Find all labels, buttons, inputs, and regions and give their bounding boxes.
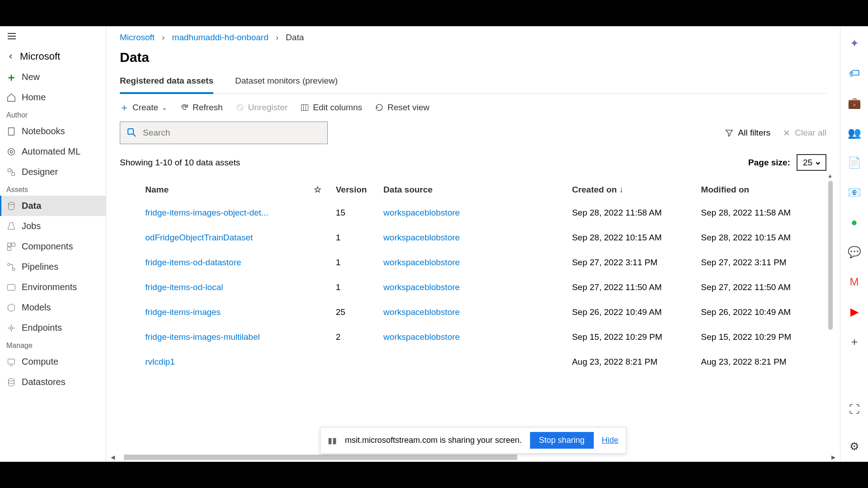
svg-point-2 [10, 150, 13, 153]
col-created-header[interactable]: Created on ↓ [568, 179, 697, 201]
data-source-link[interactable]: workspaceblobstore [383, 307, 460, 317]
plus-icon: ＋ [120, 103, 129, 112]
settings-gear-icon[interactable]: ⚙ [848, 440, 861, 453]
hide-button[interactable]: Hide [602, 436, 618, 445]
svg-rect-6 [8, 243, 11, 246]
asset-name-link[interactable]: fridge-items-od-local [145, 282, 223, 292]
col-favorite-header[interactable]: ☆ [310, 179, 332, 201]
nav-components[interactable]: Components [0, 236, 106, 257]
search-input[interactable] [143, 128, 321, 138]
page-size-label: Page size: [748, 158, 790, 168]
asset-name-link[interactable]: rvlcdip1 [145, 357, 175, 366]
nav-data[interactable]: Data [0, 196, 106, 216]
created-on: Sep 28, 2022 11:58 AM [568, 201, 697, 225]
data-source-link[interactable]: workspaceblobstore [383, 282, 460, 292]
col-version-header[interactable]: Version [332, 179, 380, 201]
nav-notebooks[interactable]: Notebooks [0, 121, 106, 141]
expand-rail-icon[interactable]: ⛶ [848, 403, 861, 416]
table-row[interactable]: fridge-items-images-multilabel2workspace… [120, 325, 826, 350]
table-row[interactable]: odFridgeObjectTrainDataset1workspaceblob… [120, 225, 826, 250]
breadcrumb-root[interactable]: Microsoft [120, 33, 155, 42]
page-title: Data [120, 46, 826, 71]
svg-rect-4 [12, 172, 14, 175]
people-icon[interactable]: 👥 [848, 127, 861, 139]
columns-icon [300, 103, 309, 112]
created-on: Sep 27, 2022 3:11 PM [568, 250, 697, 275]
vertical-scrollbar[interactable] [828, 181, 833, 330]
asset-version: 2 [332, 325, 380, 350]
asset-name-link[interactable]: fridge-items-images-object-det... [145, 208, 268, 217]
nav-designer[interactable]: Designer [0, 162, 106, 182]
tag-icon[interactable]: 🏷 [848, 67, 861, 80]
nav-jobs[interactable]: Jobs [0, 216, 106, 236]
create-button[interactable]: ＋ Create ⌄ [120, 103, 167, 113]
data-source-link[interactable]: workspaceblobstore [383, 208, 460, 217]
all-filters-button[interactable]: All filters [725, 128, 771, 138]
messenger-icon[interactable]: 💬 [848, 246, 861, 258]
svg-rect-16 [302, 104, 308, 110]
data-source-link[interactable]: workspaceblobstore [383, 258, 460, 267]
table-row[interactable]: fridge-items-images-object-det...15works… [120, 201, 826, 225]
nav-datastores[interactable]: Datastores [0, 372, 106, 392]
automl-icon [6, 147, 16, 157]
table-row[interactable]: fridge-items-od-local1workspaceblobstore… [120, 275, 826, 300]
pause-icon[interactable]: ▮▮ [328, 436, 337, 446]
spotify-icon[interactable]: ● [848, 216, 861, 229]
nav-automl[interactable]: Automated ML [0, 141, 106, 162]
search-box[interactable] [120, 122, 328, 144]
table-row[interactable]: rvlcdip1Aug 23, 2022 8:21 PMAug 23, 2022… [120, 350, 826, 375]
select-all-header[interactable] [120, 179, 142, 201]
search-filter-row: All filters ✕ Clear all [120, 119, 826, 150]
nav-endpoints[interactable]: Endpoints [0, 318, 106, 338]
col-name-header[interactable]: Name [142, 179, 310, 201]
nav-models[interactable]: Models [0, 297, 106, 318]
scroll-right-icon[interactable]: ▶ [831, 454, 835, 460]
section-author: Author [0, 108, 106, 121]
unregister-button: Unregister [236, 103, 288, 113]
close-icon: ✕ [783, 128, 790, 138]
tab-registered-assets[interactable]: Registered data assets [120, 71, 213, 94]
scroll-thumb[interactable] [124, 455, 517, 460]
nav-compute[interactable]: Compute [0, 352, 106, 372]
share-message: msit.microsoftstream.com is sharing your… [345, 436, 522, 445]
nav-home[interactable]: Home [0, 87, 106, 108]
nav-pipelines[interactable]: Pipelines [0, 257, 106, 277]
refresh-button[interactable]: Refresh [180, 103, 223, 113]
right-rail: ✦ 🏷 💼 👥 📄 📧 ● 💬 M ▶ ＋ ⛶ ⚙ [840, 26, 868, 462]
asset-name-link[interactable]: odFridgeObjectTrainDataset [145, 233, 253, 242]
breadcrumb-workspace[interactable]: madhumaddi-hd-onboard [172, 33, 268, 42]
hamburger-menu-icon[interactable] [6, 31, 17, 42]
stop-sharing-button[interactable]: Stop sharing [530, 432, 594, 449]
components-icon [6, 242, 16, 252]
tab-dataset-monitors[interactable]: Dataset monitors (preview) [235, 71, 338, 93]
gmail-icon[interactable]: M [848, 276, 861, 288]
nav-compute-label: Compute [22, 357, 58, 367]
asset-name-link[interactable]: fridge-items-images [145, 307, 221, 317]
page-size-select[interactable]: 25 [797, 154, 826, 171]
office-icon[interactable]: 📄 [848, 156, 861, 169]
data-source-link[interactable]: workspaceblobstore [383, 233, 460, 242]
briefcase-icon[interactable]: 💼 [848, 97, 861, 109]
nav-environments[interactable]: Environments [0, 277, 106, 297]
toolbar: ＋ Create ⌄ Refresh Unregister Edit colum… [120, 94, 826, 119]
outlook-icon[interactable]: 📧 [848, 186, 861, 199]
svg-rect-7 [12, 243, 15, 246]
edit-columns-button[interactable]: Edit columns [300, 103, 362, 113]
col-modified-header[interactable]: Modified on [698, 179, 826, 201]
created-on: Sep 26, 2022 10:49 AM [568, 300, 697, 325]
scroll-left-icon[interactable]: ◀ [111, 454, 115, 460]
table-row[interactable]: fridge-items-images25workspaceblobstoreS… [120, 300, 826, 325]
table-row[interactable]: fridge-items-od-datastore1workspaceblobs… [120, 250, 826, 275]
add-icon[interactable]: ＋ [848, 335, 861, 348]
back-arrow-icon [6, 52, 15, 61]
nav-new[interactable]: ＋ New [0, 67, 106, 87]
asset-name-link[interactable]: fridge-items-od-datastore [145, 258, 241, 267]
data-source-link[interactable]: workspaceblobstore [383, 332, 460, 342]
horizontal-scrollbar[interactable]: ◀ ▶ [111, 454, 835, 461]
asset-name-link[interactable]: fridge-items-images-multilabel [145, 332, 259, 342]
sparkle-icon[interactable]: ✦ [848, 37, 861, 50]
youtube-icon[interactable]: ▶ [848, 305, 861, 318]
workspace-switcher[interactable]: Microsoft [0, 46, 106, 67]
reset-view-button[interactable]: Reset view [375, 103, 429, 113]
col-source-header[interactable]: Data source [380, 179, 568, 201]
